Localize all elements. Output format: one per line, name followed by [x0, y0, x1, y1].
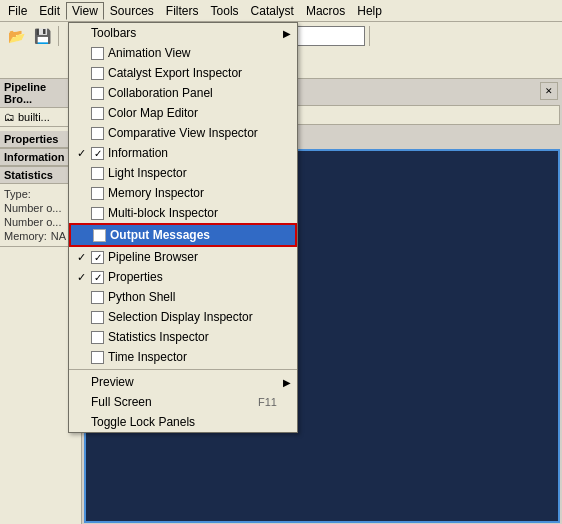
color-map-label: Color Map Editor	[108, 106, 198, 120]
menu-help[interactable]: Help	[351, 2, 388, 20]
menu-item-toggle-lock[interactable]: Toggle Lock Panels	[69, 412, 297, 432]
menu-sources[interactable]: Sources	[104, 2, 160, 20]
menu-item-time[interactable]: Time Inspector	[69, 347, 297, 367]
menu-item-pipeline[interactable]: ✓ ✓ Pipeline Browser	[69, 247, 297, 267]
collab-checkbox	[91, 87, 104, 100]
time-checkbox	[91, 351, 104, 364]
memory-checkbox	[91, 187, 104, 200]
menu-view[interactable]: View	[66, 2, 104, 20]
stat-num2-label: Number o...	[4, 216, 61, 228]
animation-label: Animation View	[108, 46, 191, 60]
information-check: ✓	[73, 147, 89, 160]
time-label: Time Inspector	[108, 350, 187, 364]
toolbars-arrow: ▶	[283, 28, 291, 39]
menu-item-output-messages[interactable]: Output Messages	[69, 223, 297, 247]
pipeline-item-label: builti...	[18, 111, 50, 123]
pipeline-check: ✓	[73, 251, 89, 264]
catalyst-export-label: Catalyst Export Inspector	[108, 66, 242, 80]
toolbar-separator-4	[369, 26, 370, 46]
memory-label: Memory Inspector	[108, 186, 204, 200]
open-button[interactable]: 📂	[4, 24, 28, 48]
menu-item-selection[interactable]: Selection Display Inspector	[69, 307, 297, 327]
light-label: Light Inspector	[108, 166, 187, 180]
menu-item-information[interactable]: ✓ ✓ Information	[69, 143, 297, 163]
properties-check: ✓	[73, 271, 89, 284]
pipeline-item-icon: 🗂	[4, 111, 15, 123]
menu-item-collab[interactable]: Collaboration Panel	[69, 83, 297, 103]
information-label: Information	[108, 146, 168, 160]
menu-item-comparative[interactable]: Comparative View Inspector	[69, 123, 297, 143]
pipeline-checkbox: ✓	[91, 251, 104, 264]
information-checkbox: ✓	[91, 147, 104, 160]
menu-catalyst[interactable]: Catalyst	[245, 2, 300, 20]
menu-item-statistics[interactable]: Statistics Inspector	[69, 327, 297, 347]
statistics-label: Statistics Inspector	[108, 330, 209, 344]
menu-item-toolbars[interactable]: Toolbars ▶	[69, 23, 297, 43]
preview-label: Preview	[91, 375, 134, 389]
menu-item-catalyst-export[interactable]: Catalyst Export Inspector	[69, 63, 297, 83]
color-map-checkbox	[91, 107, 104, 120]
pipeline-label: Pipeline Browser	[108, 250, 198, 264]
menu-item-properties[interactable]: ✓ ✓ Properties	[69, 267, 297, 287]
menu-item-multiblock[interactable]: Multi-block Inspector	[69, 203, 297, 223]
stat-memory-row: Memory: NA	[4, 229, 77, 243]
menu-filters[interactable]: Filters	[160, 2, 205, 20]
menu-separator-1	[69, 369, 297, 370]
multiblock-label: Multi-block Inspector	[108, 206, 218, 220]
preview-arrow: ▶	[283, 377, 291, 388]
catalyst-export-checkbox	[91, 67, 104, 80]
stat-memory-value: NA	[51, 230, 66, 242]
stat-num1-row: Number o...	[4, 201, 77, 215]
stat-num1-label: Number o...	[4, 202, 61, 214]
fullscreen-label: Full Screen	[91, 395, 152, 409]
menubar: File Edit View Sources Filters Tools Cat…	[0, 0, 562, 22]
stat-type-label: Type:	[4, 188, 31, 200]
properties-checkbox: ✓	[91, 271, 104, 284]
light-checkbox	[91, 167, 104, 180]
python-checkbox	[91, 291, 104, 304]
menu-item-animation-view[interactable]: Animation View	[69, 43, 297, 63]
output-label: Output Messages	[110, 228, 210, 242]
toolbar-separator-1	[58, 26, 59, 46]
menu-item-preview[interactable]: Preview ▶	[69, 372, 297, 392]
comparative-label: Comparative View Inspector	[108, 126, 258, 140]
properties-label: Properties	[108, 270, 163, 284]
menu-edit[interactable]: Edit	[33, 2, 66, 20]
menu-item-fullscreen[interactable]: Full Screen F11	[69, 392, 297, 412]
fullscreen-shortcut: F11	[238, 396, 277, 408]
selection-checkbox	[91, 311, 104, 324]
statistics-checkbox	[91, 331, 104, 344]
menu-file[interactable]: File	[2, 2, 33, 20]
toolbars-label: Toolbars	[91, 26, 136, 40]
multiblock-checkbox	[91, 207, 104, 220]
output-checkbox	[93, 229, 106, 242]
menu-macros[interactable]: Macros	[300, 2, 351, 20]
menu-item-light[interactable]: Light Inspector	[69, 163, 297, 183]
view-close-btn[interactable]: ✕	[540, 82, 558, 100]
stat-type-row: Type:	[4, 187, 77, 201]
comparative-checkbox	[91, 127, 104, 140]
toggle-lock-label: Toggle Lock Panels	[91, 415, 195, 429]
stat-num2-row: Number o...	[4, 215, 77, 229]
menu-item-color-map[interactable]: Color Map Editor	[69, 103, 297, 123]
collab-label: Collaboration Panel	[108, 86, 213, 100]
view-dropdown: Toolbars ▶ Animation View Catalyst Expor…	[68, 22, 298, 433]
python-label: Python Shell	[108, 290, 175, 304]
save-button[interactable]: 💾	[30, 24, 54, 48]
stat-memory-label: Memory:	[4, 230, 47, 242]
menu-item-memory[interactable]: Memory Inspector	[69, 183, 297, 203]
menu-tools[interactable]: Tools	[205, 2, 245, 20]
selection-label: Selection Display Inspector	[108, 310, 253, 324]
animation-checkbox	[91, 47, 104, 60]
menu-item-python[interactable]: Python Shell	[69, 287, 297, 307]
